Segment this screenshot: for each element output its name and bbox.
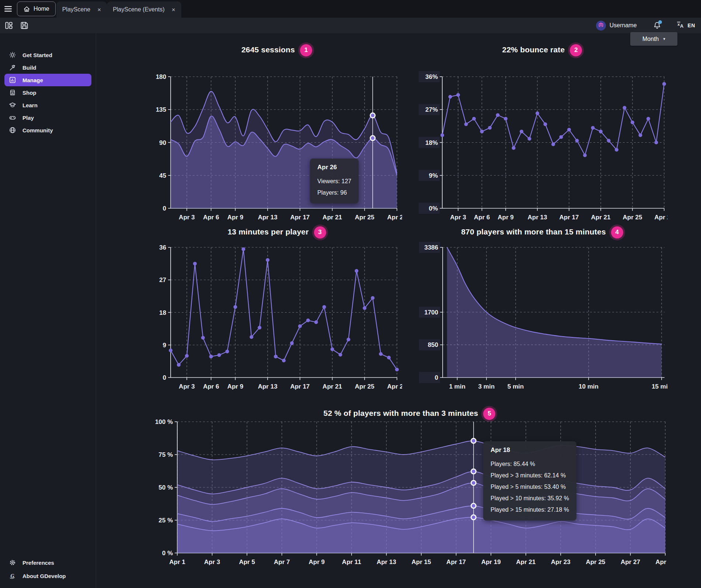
notification-dot [658, 20, 662, 24]
svg-text:Apr 3: Apr 3 [179, 214, 195, 221]
svg-text:Apr 13: Apr 13 [258, 383, 278, 390]
sidebar-item-preferences[interactable]: Preferences [4, 556, 91, 569]
svg-text:Apr 3: Apr 3 [450, 214, 466, 221]
sidebar-item-get-started[interactable]: Get Started [4, 49, 91, 61]
controller-icon [9, 114, 16, 121]
svg-text:Apr 6: Apr 6 [203, 214, 219, 221]
sessions-plot[interactable]: 04590135180Apr 3Apr 6Apr 9Apr 13Apr 17Ap… [151, 56, 402, 224]
svg-text:100 %: 100 % [155, 420, 173, 425]
highlighted-data-point[interactable] [471, 480, 476, 485]
chart-header: 870 players with more than 15 minutes 4 [417, 226, 667, 238]
panels-layout-icon[interactable] [4, 20, 14, 31]
sidebar-item-build[interactable]: Build [4, 61, 91, 74]
chart-tooltip: Apr 26 Viewers: 127 Players: 96 [310, 159, 359, 203]
chart-header: 22% bounce rate 2 [417, 44, 667, 56]
svg-text:27%: 27% [425, 106, 438, 113]
svg-text:Apr 1: Apr 1 [169, 559, 185, 566]
language-selector[interactable]: xA EN [676, 21, 695, 30]
gdevelop-icon: G [9, 572, 16, 580]
highlighted-data-point[interactable] [471, 438, 476, 443]
step-badge-5[interactable]: 5 [483, 408, 495, 420]
engagement-plot[interactable]: 0 %25 %50 %75 %100 %Apr 1Apr 3Apr 5Apr 7… [151, 420, 667, 574]
bar-chart-icon [9, 76, 16, 84]
svg-text:18: 18 [159, 309, 166, 316]
svg-text:Apr 25: Apr 25 [586, 559, 605, 566]
sidebar-item-label: Community [22, 127, 53, 133]
tab-bar: Home PlayScene × PlayScene (Events) × [0, 0, 701, 18]
step-badge-1[interactable]: 1 [300, 44, 312, 56]
tooltip-line: Played > 10 minutes: 35.92 % [491, 493, 569, 504]
highlighted-data-point[interactable] [370, 113, 375, 118]
svg-text:Apr 19: Apr 19 [481, 559, 501, 566]
close-icon[interactable]: × [97, 7, 101, 13]
svg-text:Apr 29: Apr 29 [387, 214, 402, 221]
svg-text:75 %: 75 % [158, 451, 173, 458]
sidebar-item-label: Get Started [22, 52, 52, 58]
retention-plot[interactable]: 0850170033861 min3 min5 min10 min15 min [417, 238, 667, 406]
tooltip-line: Played > 3 minutes: 62.14 % [491, 470, 569, 481]
svg-text:Apr 5: Apr 5 [239, 559, 255, 566]
svg-text:90: 90 [159, 139, 166, 146]
chart-title: 52 % of players with more than 3 minutes [324, 409, 478, 418]
svg-text:3386: 3386 [424, 244, 438, 251]
bounce-rate-plot[interactable]: 0%9%18%27%36%Apr 3Apr 6Apr 9Apr 13Apr 17… [417, 56, 667, 224]
tab-playscene-events[interactable]: PlayScene (Events) × [107, 1, 181, 18]
globe-icon [9, 126, 16, 134]
sidebar: Get Started Build Manage [0, 33, 96, 588]
sidebar-item-community[interactable]: Community [4, 124, 91, 136]
close-icon[interactable]: × [172, 7, 175, 13]
svg-text:Apr 9: Apr 9 [227, 383, 243, 390]
tab-label: PlayScene [62, 6, 91, 13]
minutes-per-player-plot[interactable]: 09182736Apr 3Apr 6Apr 9Apr 13Apr 17Apr 2… [151, 238, 402, 406]
user-account-button[interactable]: Username [596, 21, 637, 31]
sidebar-item-play[interactable]: Play [4, 111, 91, 124]
save-icon[interactable] [19, 20, 29, 31]
highlighted-data-point[interactable] [471, 469, 476, 474]
highlighted-data-point[interactable] [471, 504, 476, 508]
sidebar-item-manage[interactable]: Manage [4, 74, 91, 86]
svg-text:Apr 21: Apr 21 [591, 214, 611, 221]
sidebar-item-about-gdevelop[interactable]: G About GDevelop [4, 570, 91, 582]
chart-title: 22% bounce rate [502, 45, 565, 54]
svg-text:Apr 21: Apr 21 [322, 383, 342, 390]
tooltip-title: Apr 26 [317, 164, 351, 171]
sidebar-item-shop[interactable]: Shop [4, 86, 91, 99]
svg-text:Apr 7: Apr 7 [274, 559, 290, 566]
tab-playscene[interactable]: PlayScene × [56, 1, 107, 18]
retention-chart-panel: 870 players with more than 15 minutes 4 … [417, 226, 667, 406]
svg-text:36: 36 [159, 244, 166, 251]
svg-text:Apr 15: Apr 15 [412, 559, 431, 566]
notifications-bell-icon[interactable] [652, 20, 663, 31]
bounce-rate-svg: 0%9%18%27%36%Apr 3Apr 6Apr 9Apr 13Apr 17… [417, 56, 667, 224]
svg-text:Apr 9: Apr 9 [498, 214, 513, 221]
svg-text:Apr 25: Apr 25 [355, 214, 374, 221]
sidebar-item-label: Learn [22, 102, 38, 108]
svg-text:Apr 27: Apr 27 [621, 559, 640, 566]
svg-text:0 %: 0 % [162, 550, 173, 557]
svg-text:Apr 6: Apr 6 [474, 214, 490, 221]
graduation-cap-icon [9, 101, 16, 109]
svg-text:36%: 36% [425, 73, 438, 80]
svg-text:Apr 13: Apr 13 [377, 559, 396, 566]
step-badge-2[interactable]: 2 [570, 44, 582, 56]
svg-text:0%: 0% [429, 205, 438, 212]
svg-text:0: 0 [435, 374, 438, 381]
sessions-chart-panel: 2645 sessions 1 04590135180Apr 3Apr 6Apr… [151, 44, 402, 224]
sidebar-item-learn[interactable]: Learn [4, 99, 91, 111]
svg-text:18%: 18% [425, 139, 438, 146]
hamburger-menu-icon[interactable] [0, 0, 16, 18]
svg-text:850: 850 [428, 341, 438, 348]
highlighted-data-point[interactable] [471, 515, 476, 520]
tab-label: Home [34, 6, 49, 12]
svg-text:Apr 9: Apr 9 [227, 214, 243, 221]
step-badge-3[interactable]: 3 [314, 226, 326, 239]
svg-text:Apr 17: Apr 17 [559, 214, 579, 221]
tab-home[interactable]: Home [17, 1, 56, 16]
charts-row-2: 13 minutes per player 3 09182736Apr 3Apr… [151, 226, 701, 406]
step-badge-4[interactable]: 4 [611, 226, 623, 239]
svg-text:5 min: 5 min [508, 383, 524, 390]
highlighted-data-point[interactable] [370, 136, 375, 140]
sidebar-item-label: Play [22, 115, 34, 121]
storefront-icon [9, 89, 16, 96]
svg-text:Apr 3: Apr 3 [204, 559, 220, 566]
